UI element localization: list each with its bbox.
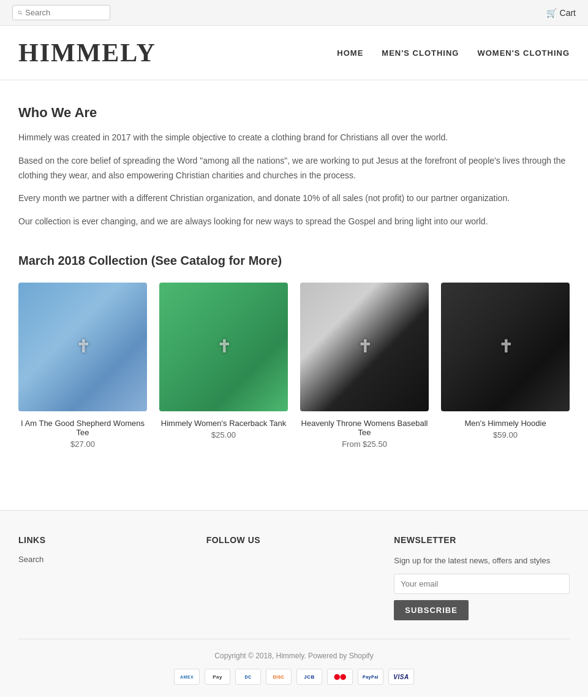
payment-icons: AMEX Pay DC DISC JCB ⬤⬤ PayPal VISA <box>18 669 570 685</box>
search-input[interactable] <box>25 8 105 17</box>
footer-bottom: Copyright © 2018, Himmely. Powered by Sh… <box>18 639 570 685</box>
product-price-2: $25.00 <box>159 430 288 439</box>
about-para-2: Based on the core belief of spreading th… <box>18 154 570 183</box>
payment-icon-diners: DC <box>235 669 261 685</box>
footer-columns: Links Search Follow Us Newsletter Sign u… <box>18 535 570 621</box>
payment-icon-paypal: PayPal <box>358 669 383 685</box>
svg-line-1 <box>21 13 22 15</box>
about-para-3: Every month we partner with a different … <box>18 191 570 206</box>
site-logo[interactable]: HIMMELY <box>18 38 156 67</box>
product-price-1: $27.00 <box>18 439 147 449</box>
nav-home[interactable]: HOME <box>337 48 363 58</box>
product-price-3: From $25.50 <box>300 439 429 449</box>
who-we-are-section: Who We Are Himmely was created in 2017 w… <box>18 105 570 229</box>
search-form[interactable] <box>12 5 110 20</box>
payment-icon-discover: DISC <box>266 669 292 685</box>
payment-icon-apple-pay: Pay <box>205 669 230 685</box>
product-image-1: ✝ <box>18 283 147 411</box>
footer-follow-title: Follow Us <box>206 535 382 545</box>
site-footer: Links Search Follow Us Newsletter Sign u… <box>0 510 588 698</box>
nav-womens-clothing[interactable]: WOMEN'S CLOTHING <box>477 48 570 58</box>
product-image-2: ✝ <box>159 283 288 411</box>
payment-icon-visa: VISA <box>388 669 414 685</box>
product-name-4: Men's Himmely Hoodie <box>441 419 570 428</box>
footer-newsletter-title: Newsletter <box>394 535 570 545</box>
email-input[interactable] <box>394 574 570 594</box>
products-grid: ✝ I Am The Good Shepherd Womens Tee $27.… <box>18 283 570 449</box>
site-header: HIMMELY HOME MEN'S CLOTHING WOMEN'S CLOT… <box>0 26 588 80</box>
search-icon <box>18 9 23 17</box>
subscribe-button[interactable]: SUBSCRIBE <box>394 600 469 620</box>
nav-mens-clothing[interactable]: MEN'S CLOTHING <box>382 48 459 58</box>
footer-links-title: Links <box>18 535 194 545</box>
product-card-1[interactable]: ✝ I Am The Good Shepherd Womens Tee $27.… <box>18 283 147 449</box>
cart-label: Cart <box>560 8 576 18</box>
footer-links-col: Links Search <box>18 535 194 621</box>
payment-icon-jcb: JCB <box>296 669 322 685</box>
about-para-1: Himmely was created in 2017 with the sim… <box>18 131 570 145</box>
collection-title: March 2018 Collection (See Catalog for M… <box>18 254 570 268</box>
who-we-are-title: Who We Are <box>18 105 570 121</box>
payment-icon-mastercard: ⬤⬤ <box>327 669 353 685</box>
collection-section: March 2018 Collection (See Catalog for M… <box>18 254 570 449</box>
copyright-text: Copyright © 2018, Himmely. Powered by Sh… <box>18 652 570 660</box>
payment-icon-amex: AMEX <box>174 669 200 685</box>
product-price-4: $59.00 <box>441 430 570 439</box>
product-name-3: Heavenly Throne Womens Baseball Tee <box>300 419 429 437</box>
newsletter-desc: Sign up for the latest news, offers and … <box>394 555 570 567</box>
product-image-3: ✝ <box>300 283 429 411</box>
footer-newsletter-col: Newsletter Sign up for the latest news, … <box>394 535 570 621</box>
footer-follow-col: Follow Us <box>206 535 382 621</box>
product-name-2: Himmely Women's Racerback Tank <box>159 419 288 428</box>
product-card-2[interactable]: ✝ Himmely Women's Racerback Tank $25.00 <box>159 283 288 449</box>
product-name-1: I Am The Good Shepherd Womens Tee <box>18 419 147 437</box>
main-nav: HOME MEN'S CLOTHING WOMEN'S CLOTHING <box>337 48 570 58</box>
main-content: Who We Are Himmely was created in 2017 w… <box>0 80 588 473</box>
product-card-4[interactable]: ✝ Men's Himmely Hoodie $59.00 <box>441 283 570 449</box>
about-para-4: Our collection is ever changing, and we … <box>18 215 570 229</box>
cart-icon: 🛒 <box>546 8 557 18</box>
product-image-4: ✝ <box>441 283 570 411</box>
svg-point-0 <box>18 10 21 13</box>
top-bar: 🛒 Cart <box>0 0 588 26</box>
product-card-3[interactable]: ✝ Heavenly Throne Womens Baseball Tee Fr… <box>300 283 429 449</box>
product-price-prefix-3: From <box>342 439 363 449</box>
cart-link[interactable]: 🛒 Cart <box>546 8 576 18</box>
footer-link-search[interactable]: Search <box>18 555 194 564</box>
